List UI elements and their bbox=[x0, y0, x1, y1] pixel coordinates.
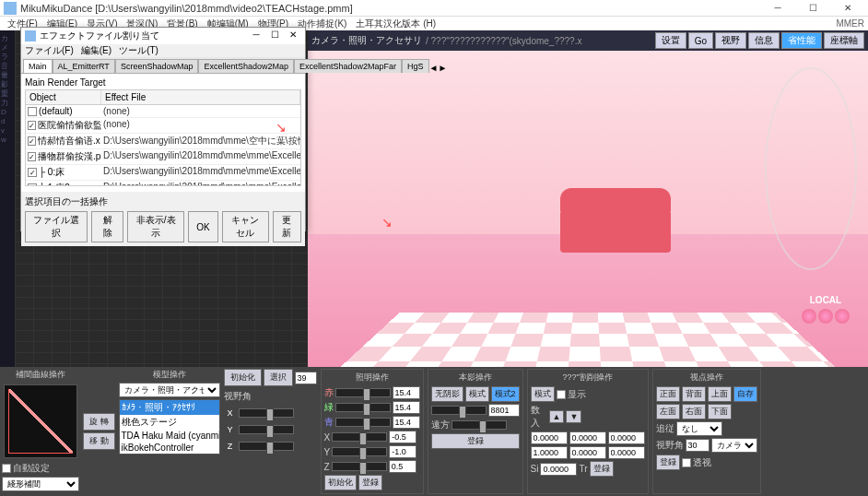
shadow-register[interactable]: 登録 bbox=[431, 433, 520, 449]
list-item[interactable]: 桃色ステージ bbox=[120, 415, 219, 430]
vp-info[interactable]: 信息 bbox=[748, 32, 780, 49]
table-row[interactable]: (default)(none) bbox=[26, 105, 300, 118]
dialog-titlebar[interactable]: エフェクトファイル割り当て ─ ☐ ✕ bbox=[21, 28, 305, 44]
effect-table[interactable]: Object Effect File (default)(none)✓医院偷情偷… bbox=[25, 89, 301, 186]
table-row[interactable]: ✓├ 0:床D:\Users\wangyilin\2018mmd\mme\mme… bbox=[26, 165, 300, 181]
follow-select[interactable]: なし bbox=[676, 421, 722, 436]
light-r[interactable] bbox=[393, 386, 420, 399]
slider-y[interactable] bbox=[239, 425, 294, 434]
interpolation-curve[interactable] bbox=[4, 384, 77, 458]
close-button[interactable]: ✕ bbox=[831, 1, 864, 16]
light-init[interactable]: 初始化 bbox=[324, 475, 357, 490]
model-list[interactable]: ｶﾒﾗ・照明・ｱｸｾｻﾘ 桃色ステージ TDA Haku Maid (cyanm… bbox=[119, 399, 220, 455]
btn-remove[interactable]: 解除 bbox=[91, 211, 123, 242]
vp-perf[interactable]: 省性能 bbox=[781, 32, 822, 49]
shadow-m1[interactable]: 模式 bbox=[465, 386, 489, 402]
tab-es2f[interactable]: ExcellentShadow2MapFar bbox=[294, 59, 402, 73]
dlg-menu-tool[interactable]: ツール(T) bbox=[119, 44, 158, 57]
acc-v2[interactable] bbox=[608, 431, 645, 444]
btn-cancel[interactable]: キャンセル bbox=[222, 211, 269, 242]
slider-x[interactable] bbox=[239, 408, 294, 418]
tab-prev-icon[interactable]: ◄ bbox=[429, 63, 439, 73]
slider-z[interactable] bbox=[239, 442, 294, 451]
th-object[interactable]: Object bbox=[26, 90, 101, 104]
x-icon[interactable]: X bbox=[224, 407, 237, 419]
row-checkbox[interactable]: ✓ bbox=[28, 183, 37, 186]
acc-si-val[interactable] bbox=[540, 463, 577, 476]
btn-rotate[interactable]: 旋 轉 bbox=[83, 413, 115, 431]
shadow-none[interactable]: 无阴影 bbox=[431, 386, 463, 402]
list-item[interactable]: PostRimLightToon bbox=[120, 454, 219, 455]
slider-ly[interactable] bbox=[332, 447, 387, 456]
table-row[interactable]: ✓├ 1:床2D:\Users\wangyilin\2018mmd\mme\mm… bbox=[26, 181, 300, 186]
z-icon[interactable]: Z bbox=[224, 440, 237, 453]
row-checkbox[interactable] bbox=[28, 107, 37, 116]
vp-view[interactable]: 视野 bbox=[715, 32, 746, 49]
auto-check[interactable] bbox=[2, 464, 11, 473]
tab-next-icon[interactable]: ► bbox=[438, 63, 447, 73]
acc-disp-check[interactable] bbox=[557, 390, 566, 399]
menu-lang[interactable]: 土耳其汉化版本 (H) bbox=[352, 17, 440, 31]
acc-register[interactable]: 登録 bbox=[590, 461, 614, 477]
light-register[interactable]: 登録 bbox=[358, 475, 382, 490]
vp-reset[interactable]: 座標軸 bbox=[824, 32, 864, 49]
view-register[interactable]: 登録 bbox=[656, 455, 680, 470]
maximize-button[interactable]: ☐ bbox=[796, 1, 829, 16]
btn-select[interactable]: 選択 bbox=[264, 369, 293, 386]
list-item[interactable]: TDA Haku Maid (cyanmi bbox=[120, 430, 219, 442]
view-left[interactable]: 左面 bbox=[656, 404, 680, 419]
table-row[interactable]: ✓医院偷情偷欲監視(sk...(none) bbox=[26, 118, 300, 134]
tab-hgs[interactable]: HgS bbox=[402, 59, 429, 73]
dlg-menu-file[interactable]: ファイル(F) bbox=[25, 44, 74, 57]
gizmo-ball-icon[interactable] bbox=[818, 309, 833, 324]
btn-toggle[interactable]: 非表示/表示 bbox=[127, 211, 184, 242]
view-save[interactable]: 自存 bbox=[733, 386, 757, 402]
vp-go[interactable]: Go bbox=[688, 32, 713, 49]
view-front[interactable]: 正面 bbox=[656, 386, 680, 402]
slider-g[interactable] bbox=[335, 403, 391, 412]
gizmo-ball-icon[interactable] bbox=[835, 309, 850, 324]
tab-main[interactable]: Main bbox=[23, 59, 53, 73]
shadow-slider[interactable] bbox=[431, 406, 487, 415]
acc-v0[interactable] bbox=[531, 431, 568, 444]
row-checkbox[interactable]: ✓ bbox=[28, 136, 36, 146]
light-g[interactable] bbox=[393, 401, 420, 414]
view-back[interactable]: 背面 bbox=[682, 386, 706, 402]
dlg-menu-edit[interactable]: 編集(E) bbox=[81, 44, 111, 57]
sel-count[interactable] bbox=[295, 372, 317, 384]
curve-select[interactable]: 綫形補間 bbox=[2, 477, 79, 491]
gizmo-ball-icon[interactable] bbox=[802, 309, 816, 324]
view-right[interactable]: 右面 bbox=[682, 404, 706, 419]
dialog-min-button[interactable]: ─ bbox=[248, 30, 264, 42]
acc-dn-icon[interactable]: ▼ bbox=[566, 410, 581, 423]
row-checkbox[interactable]: ✓ bbox=[28, 121, 36, 130]
btn-apply[interactable]: 更新 bbox=[273, 211, 301, 242]
acc-v3[interactable] bbox=[531, 446, 568, 459]
view-top[interactable]: 上面 bbox=[708, 386, 732, 402]
light-y[interactable] bbox=[389, 445, 416, 458]
shadow-val[interactable] bbox=[488, 404, 520, 417]
acc-v4[interactable] bbox=[569, 446, 606, 459]
view-gizmo[interactable]: LOCAL bbox=[802, 295, 850, 324]
shadow-far-slider[interactable] bbox=[452, 420, 507, 430]
minimize-button[interactable]: ─ bbox=[761, 1, 794, 16]
light-x[interactable] bbox=[389, 431, 416, 443]
btn-move[interactable]: 移 動 bbox=[83, 432, 115, 450]
slider-lx[interactable] bbox=[332, 432, 387, 442]
slider-b[interactable] bbox=[335, 418, 391, 427]
light-b[interactable] bbox=[393, 416, 420, 429]
btn-ok[interactable]: OK bbox=[188, 211, 217, 242]
acc-up-icon[interactable]: ▲ bbox=[549, 410, 565, 423]
slider-r[interactable] bbox=[335, 388, 391, 397]
btn-init[interactable]: 初始化 bbox=[224, 369, 262, 386]
acc-v5[interactable] bbox=[608, 446, 645, 459]
vp-set[interactable]: 设置 bbox=[655, 32, 686, 49]
row-checkbox[interactable]: ✓ bbox=[28, 152, 36, 161]
dialog-close-button[interactable]: ✕ bbox=[285, 30, 301, 42]
table-row[interactable]: ✓情郝情音偷语.xD:\Users\wangyilin\2018mmd\mme\… bbox=[26, 134, 300, 149]
persp-check[interactable] bbox=[682, 458, 691, 467]
slider-lz[interactable] bbox=[332, 462, 387, 471]
view-bottom[interactable]: 下面 bbox=[708, 404, 732, 419]
tab-es2[interactable]: ExcellentShadow2Map bbox=[198, 59, 294, 73]
list-item[interactable]: ｶﾒﾗ・照明・ｱｸｾｻﾘ bbox=[120, 400, 219, 415]
